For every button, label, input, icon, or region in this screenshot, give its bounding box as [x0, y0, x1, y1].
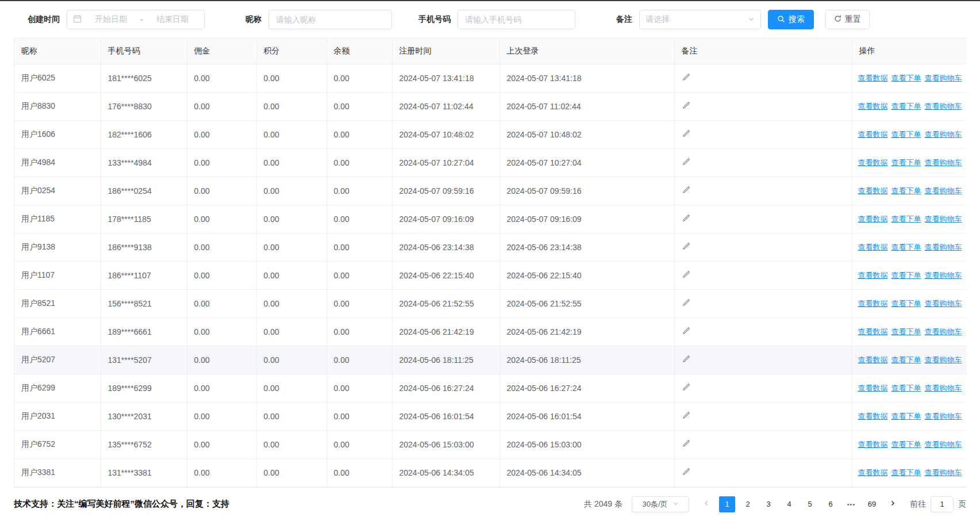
action-link[interactable]: 查看数据: [858, 439, 888, 450]
action-link[interactable]: 查看购物车: [925, 73, 962, 83]
action-link[interactable]: 查看下单: [891, 270, 921, 281]
phone-label: 手机号码: [418, 14, 451, 25]
action-link[interactable]: 查看购物车: [925, 468, 962, 478]
goto-label: 前往: [910, 499, 926, 510]
phone-input[interactable]: [458, 10, 575, 29]
cell-actions: 查看数据查看下单查看购物车: [852, 289, 967, 317]
last-page-button[interactable]: 69: [864, 496, 880, 512]
cell-actions: 查看数据查看下单查看购物车: [852, 430, 967, 458]
action-link[interactable]: 查看下单: [891, 327, 921, 337]
cell-last-login: 2024-05-07 11:02:44: [499, 92, 674, 120]
action-links: 查看数据查看下单查看购物车: [858, 298, 964, 309]
edit-remark-icon[interactable]: [682, 468, 690, 476]
action-link[interactable]: 查看购物车: [925, 270, 962, 281]
action-link[interactable]: 查看购物车: [925, 158, 962, 168]
page-size-select[interactable]: 30条/页: [632, 496, 689, 512]
date-start-placeholder[interactable]: 开始日期: [85, 14, 137, 25]
goto-page-input[interactable]: [931, 496, 954, 512]
action-link[interactable]: 查看数据: [858, 327, 888, 337]
next-page-button[interactable]: [885, 496, 901, 512]
action-link[interactable]: 查看购物车: [925, 439, 962, 450]
page-button-1[interactable]: 1: [719, 496, 735, 512]
action-link[interactable]: 查看购物车: [925, 129, 962, 140]
cell-actions: 查看数据查看下单查看购物车: [852, 148, 967, 177]
action-link[interactable]: 查看数据: [858, 411, 888, 422]
chevron-down-icon: [672, 500, 679, 508]
action-link[interactable]: 查看数据: [858, 298, 888, 309]
action-link[interactable]: 查看购物车: [925, 186, 962, 196]
cell-phone: 186****9138: [101, 233, 187, 261]
edit-remark-icon[interactable]: [682, 73, 690, 82]
edit-remark-icon[interactable]: [682, 270, 690, 279]
action-link[interactable]: 查看数据: [858, 355, 888, 365]
date-range-picker[interactable]: 开始日期 - 结束日期: [67, 10, 205, 29]
edit-remark-icon[interactable]: [682, 242, 690, 251]
action-link[interactable]: 查看购物车: [925, 101, 962, 112]
reset-button[interactable]: 重置: [825, 10, 870, 29]
edit-remark-icon[interactable]: [682, 158, 690, 166]
action-link[interactable]: 查看数据: [858, 383, 888, 393]
prev-page-button[interactable]: [698, 496, 714, 512]
edit-remark-icon[interactable]: [682, 327, 690, 335]
page-button-2[interactable]: 2: [740, 496, 756, 512]
remark-select[interactable]: 请选择: [639, 10, 761, 29]
action-link[interactable]: 查看购物车: [925, 383, 962, 393]
cell-balance: 0.00: [326, 261, 392, 289]
action-link[interactable]: 查看下单: [891, 73, 921, 83]
edit-remark-icon[interactable]: [682, 129, 690, 138]
action-link[interactable]: 查看购物车: [925, 355, 962, 365]
cell-register-time: 2024-05-06 16:27:24: [392, 374, 499, 402]
action-link[interactable]: 查看数据: [858, 158, 888, 168]
edit-remark-icon[interactable]: [682, 101, 690, 110]
edit-remark-icon[interactable]: [682, 411, 690, 420]
action-link[interactable]: 查看数据: [858, 270, 888, 281]
date-end-placeholder[interactable]: 结束日期: [147, 14, 198, 25]
edit-remark-icon[interactable]: [682, 355, 690, 363]
page-button-4[interactable]: 4: [781, 496, 797, 512]
action-link[interactable]: 查看数据: [858, 242, 888, 252]
support-text: 技术支持：关注“编写美好前程”微信公众号，回复：支持: [14, 499, 229, 510]
edit-remark-icon[interactable]: [682, 439, 690, 448]
edit-remark-icon[interactable]: [682, 214, 690, 223]
action-link[interactable]: 查看数据: [858, 73, 888, 83]
action-link[interactable]: 查看数据: [858, 186, 888, 196]
col-actions: 操作: [852, 39, 967, 64]
action-link[interactable]: 查看下单: [891, 186, 921, 196]
edit-remark-icon[interactable]: [682, 298, 690, 307]
action-link[interactable]: 查看下单: [891, 101, 921, 112]
action-link[interactable]: 查看下单: [891, 355, 921, 365]
action-link[interactable]: 查看下单: [891, 129, 921, 140]
cell-last-login: 2024-05-06 16:01:54: [499, 402, 674, 430]
page-button-3[interactable]: 3: [760, 496, 777, 512]
cell-commission: 0.00: [187, 148, 256, 177]
page-button-5[interactable]: 5: [802, 496, 818, 512]
action-link[interactable]: 查看购物车: [925, 298, 962, 309]
action-link[interactable]: 查看下单: [891, 242, 921, 252]
action-link[interactable]: 查看下单: [891, 411, 921, 422]
action-link[interactable]: 查看购物车: [925, 214, 962, 224]
action-link[interactable]: 查看下单: [891, 439, 921, 450]
action-link[interactable]: 查看下单: [891, 298, 921, 309]
action-link[interactable]: 查看数据: [858, 214, 888, 224]
action-link[interactable]: 查看下单: [891, 158, 921, 168]
action-link[interactable]: 查看购物车: [925, 327, 962, 337]
action-link[interactable]: 查看下单: [891, 468, 921, 478]
table-row: 用户8521 156****8521 0.00 0.00 0.00 2024-0…: [14, 289, 967, 317]
action-link[interactable]: 查看数据: [858, 468, 888, 478]
cell-phone: 189****6299: [101, 374, 187, 402]
page-button-6[interactable]: 6: [823, 496, 839, 512]
action-link[interactable]: 查看购物车: [925, 411, 962, 422]
action-link[interactable]: 查看数据: [858, 101, 888, 112]
nickname-input[interactable]: [268, 10, 392, 29]
col-balance: 余额: [326, 39, 392, 64]
edit-remark-icon[interactable]: [682, 383, 690, 392]
action-link[interactable]: 查看数据: [858, 129, 888, 140]
action-link[interactable]: 查看购物车: [925, 242, 962, 252]
action-link[interactable]: 查看下单: [891, 383, 921, 393]
search-button[interactable]: 搜索: [768, 10, 814, 29]
more-pages-button[interactable]: •••: [843, 496, 859, 512]
edit-remark-icon[interactable]: [682, 186, 690, 194]
cell-balance: 0.00: [326, 120, 392, 148]
page-numbers: 123456: [719, 496, 839, 512]
action-link[interactable]: 查看下单: [891, 214, 921, 224]
